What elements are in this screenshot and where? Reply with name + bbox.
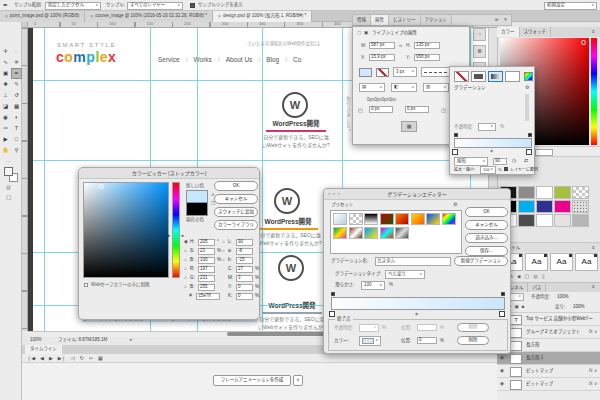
solid-fill-button[interactable] xyxy=(471,71,486,82)
guide-line[interactable] xyxy=(262,28,263,331)
value-input[interactable]: 100 xyxy=(198,257,215,264)
dialog-titlebar[interactable]: カラーピッカー (ストップカラー) xyxy=(79,168,259,179)
layer-thumbnail[interactable] xyxy=(510,380,522,390)
layer-row[interactable]: ◉ T Top サービス 店舗や小型WebYー xyxy=(497,313,600,326)
play-icon[interactable]: ▶ xyxy=(49,356,53,361)
tab-color[interactable]: カラー xyxy=(497,27,520,37)
scale-select[interactable]: 100∨ xyxy=(480,166,496,174)
height-input[interactable]: 135 px xyxy=(414,42,440,49)
shape-tool[interactable]: □ xyxy=(11,134,22,145)
gradient-preset[interactable] xyxy=(364,227,378,239)
show-ring-checkbox[interactable] xyxy=(190,3,195,8)
value-input[interactable]: 23 xyxy=(198,248,215,255)
opacity-stop[interactable] xyxy=(331,292,335,296)
gradient-preset[interactable] xyxy=(395,213,409,225)
create-frame-animation-button[interactable]: フレームアニメーションを作成 xyxy=(213,375,291,386)
midpoint-icon[interactable]: ◆ xyxy=(490,149,493,153)
lasso-tool[interactable]: ∿ xyxy=(0,57,11,68)
gradient-preset[interactable] xyxy=(395,227,409,239)
x-input[interactable]: 15.9 px xyxy=(369,54,395,61)
layer-row[interactable]: ◉ 長方形 1 xyxy=(497,352,600,365)
smoothness-select[interactable]: 100∨ xyxy=(361,281,385,290)
delete-stop-button[interactable]: 削除 xyxy=(457,336,489,345)
y-input[interactable]: 958 px xyxy=(414,54,440,61)
delete-stop-button[interactable]: 削除 xyxy=(457,323,489,332)
layer-thumbnail[interactable] xyxy=(510,328,522,338)
canvas-scrollbar-horizontal[interactable] xyxy=(227,332,325,336)
tab-info[interactable]: 情報 xyxy=(353,15,371,25)
dialog-titlebar[interactable]: ●●● グラデーションエディター xyxy=(324,189,510,200)
value-input[interactable]: 0 xyxy=(236,293,253,300)
opacity-value[interactable]: 100% xyxy=(557,295,569,300)
value-input[interactable]: 197 xyxy=(198,266,215,273)
dialog-button[interactable]: キャンセル xyxy=(214,194,258,204)
color-field-marker[interactable] xyxy=(581,40,586,45)
popup-scrollbar[interactable] xyxy=(525,94,529,121)
history-brush-tool[interactable]: ↺ xyxy=(11,90,22,101)
angle-dial-icon[interactable]: ◷ xyxy=(512,158,516,163)
field-marker[interactable] xyxy=(99,184,104,189)
pen-tool[interactable]: ✑ xyxy=(0,123,11,134)
fx-badge[interactable]: fx ∨ xyxy=(589,369,597,374)
zoom-level[interactable]: 100% xyxy=(30,338,42,343)
layer-row[interactable]: ◉ 長方形 xyxy=(497,339,600,352)
gradient-fill-button[interactable] xyxy=(488,71,503,82)
tab-history[interactable]: ヒストリー xyxy=(389,15,421,25)
saturation-field[interactable] xyxy=(83,182,169,278)
panel-action-button[interactable]: ▩ xyxy=(401,121,417,132)
eye-icon[interactable]: ◎ xyxy=(533,274,537,279)
eyedropper-icon[interactable]: ✒ xyxy=(3,2,8,8)
color-stop[interactable] xyxy=(452,149,458,155)
gradient-type-select[interactable]: べた塗り∨ xyxy=(385,270,425,279)
gradient-name-input[interactable]: カスタム xyxy=(375,257,451,266)
close-icon[interactable]: × xyxy=(5,14,8,19)
stamp-tool[interactable]: ⊥ xyxy=(0,90,11,101)
gradient-preset[interactable] xyxy=(333,213,347,225)
dialog-button[interactable]: 保存... xyxy=(465,246,508,256)
layer-thumbnail[interactable] xyxy=(510,341,522,351)
mute-icon[interactable]: ◁ xyxy=(71,356,75,361)
fx-badge[interactable]: fx ∨ xyxy=(589,330,597,335)
swatch[interactable] xyxy=(518,186,535,199)
swatch[interactable] xyxy=(536,186,553,199)
layer-thumbnail[interactable] xyxy=(510,354,522,364)
fill-style-icon[interactable]: ■ xyxy=(518,274,521,279)
prev-frame-icon[interactable]: ◀ xyxy=(40,356,44,361)
type-tool[interactable]: T xyxy=(11,123,22,134)
tab-actions[interactable]: アクション xyxy=(421,15,452,25)
lock-all-icon[interactable]: ■ xyxy=(522,305,525,310)
fill-swatch[interactable] xyxy=(359,68,372,77)
opacity-stop[interactable] xyxy=(454,133,458,137)
color-stop[interactable] xyxy=(526,149,532,155)
reverse-icon[interactable]: ⇄ xyxy=(524,158,528,163)
websafe-checkbox[interactable] xyxy=(84,283,88,287)
dodge-tool[interactable]: ◐ xyxy=(11,112,22,123)
pattern-fill-button[interactable] xyxy=(505,71,520,82)
blur-tool[interactable]: ◉ xyxy=(0,112,11,123)
histogram-icon[interactable]: ◔ xyxy=(473,28,486,41)
path-select-tool[interactable]: ▶ xyxy=(0,134,11,145)
stop-location-input[interactable]: 0 xyxy=(417,337,437,344)
dialog-button[interactable]: スウォッチに追加 xyxy=(214,207,258,217)
radius-input[interactable]: 0 px xyxy=(405,106,429,113)
align-checkbox[interactable] xyxy=(504,167,508,171)
swatch[interactable] xyxy=(536,214,553,227)
new-gradient-button[interactable]: 新規グラデーション xyxy=(454,256,508,266)
eye-icon[interactable]: ◉ xyxy=(500,356,504,361)
dialog-button[interactable]: OK xyxy=(465,207,508,217)
style-thumb[interactable]: Aa xyxy=(550,253,573,271)
value-input[interactable]: 255 xyxy=(198,284,215,291)
tab-properties[interactable]: 属性 xyxy=(371,15,389,25)
style-thumb[interactable]: Aa xyxy=(525,253,548,271)
zoom-tool[interactable]: ⚲ xyxy=(11,145,22,156)
screen-mode-icon[interactable]: ▢ xyxy=(6,195,11,201)
gradient-style-select[interactable]: 線形∨ xyxy=(454,157,488,166)
dialog-button[interactable]: OK xyxy=(214,181,258,191)
tab-swatches[interactable]: スウォッチ xyxy=(520,27,552,37)
layer-thumbnail[interactable]: T xyxy=(510,315,522,325)
value-input[interactable]: 231 xyxy=(198,275,215,282)
gradient-preset[interactable] xyxy=(426,213,440,225)
traffic-lights-icon[interactable]: ●●● xyxy=(328,192,342,197)
swatch[interactable] xyxy=(554,186,571,199)
popup-opacity-select[interactable]: ∨ xyxy=(478,123,496,131)
